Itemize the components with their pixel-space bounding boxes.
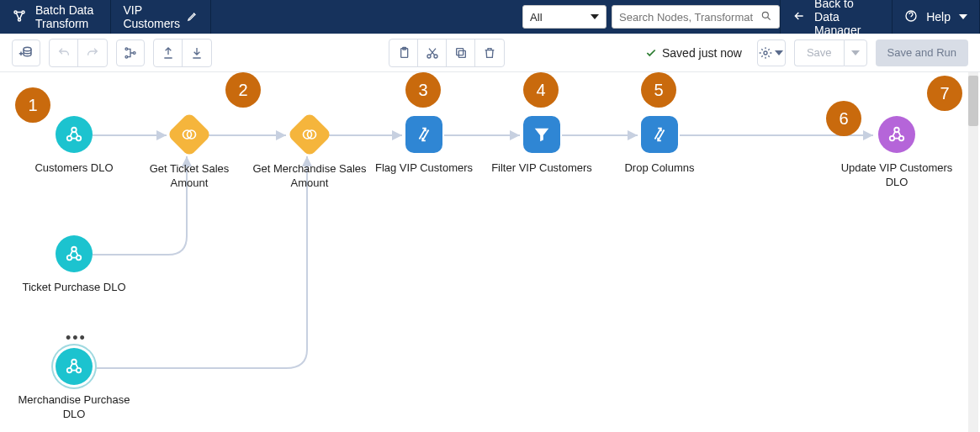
toolbar: Saved just now Save Save and Run bbox=[0, 34, 980, 72]
chevron-down-icon bbox=[959, 14, 967, 19]
edit-icon[interactable] bbox=[187, 10, 199, 24]
node-get-merch-sales[interactable]: Get Merchandise Sales Amount bbox=[251, 119, 368, 191]
top-navbar: Batch Data Transform VIP Customers All B… bbox=[0, 0, 980, 34]
filter-dropdown[interactable]: All bbox=[522, 5, 607, 29]
transform-icon bbox=[12, 8, 27, 26]
node-label: Get Ticket Sales Amount bbox=[130, 162, 248, 191]
data-source-icon bbox=[56, 116, 93, 153]
node-get-ticket-sales[interactable]: Get Ticket Sales Amount bbox=[130, 119, 248, 191]
node-label: Drop Columns bbox=[624, 161, 694, 176]
io-group bbox=[153, 39, 212, 67]
node-merch-purchase-dlo[interactable]: Merchandise Purchase DLO bbox=[15, 348, 133, 422]
help-icon bbox=[904, 9, 918, 25]
filter-icon bbox=[523, 116, 560, 153]
node-drop-columns[interactable]: Drop Columns bbox=[601, 116, 718, 176]
clipboard-group bbox=[389, 39, 505, 67]
search-icon bbox=[760, 10, 772, 24]
data-source-icon bbox=[56, 348, 93, 385]
transform-icon bbox=[641, 116, 678, 153]
node-label: Customers DLO bbox=[34, 161, 113, 176]
node-label: Ticket Purchase DLO bbox=[22, 281, 125, 295]
svg-point-7 bbox=[125, 55, 128, 58]
search-input[interactable] bbox=[619, 11, 754, 24]
copy-button[interactable] bbox=[447, 40, 475, 66]
scrollbar-thumb[interactable] bbox=[968, 76, 978, 126]
flow-canvas[interactable]: 1 2 3 4 5 6 7 Customers DLO Get Ticket S… bbox=[0, 72, 980, 432]
history-group bbox=[49, 39, 108, 67]
redo-button[interactable] bbox=[78, 40, 107, 66]
node-label: Update VIP Customers DLO bbox=[838, 161, 956, 190]
save-status: Saved just now bbox=[645, 46, 742, 60]
layout-button[interactable] bbox=[116, 40, 145, 66]
save-status-text: Saved just now bbox=[662, 46, 742, 60]
svg-point-33 bbox=[67, 256, 72, 261]
app-title-segment: Batch Data Transform bbox=[0, 0, 111, 34]
arrow-left-icon bbox=[792, 9, 806, 25]
scrollbar-track[interactable] bbox=[968, 72, 978, 432]
filter-selected: All bbox=[530, 11, 542, 24]
back-label: Back to Data Manager bbox=[814, 0, 880, 37]
svg-point-5 bbox=[24, 47, 31, 51]
delete-button[interactable] bbox=[475, 40, 504, 66]
svg-point-24 bbox=[77, 136, 82, 141]
help-label: Help bbox=[926, 10, 951, 24]
transform-icon bbox=[405, 116, 442, 153]
back-link[interactable]: Back to Data Manager bbox=[781, 0, 893, 34]
annotation-4: 4 bbox=[523, 72, 559, 108]
annotation-3: 3 bbox=[405, 72, 441, 108]
data-target-icon bbox=[878, 116, 915, 153]
node-label: Get Merchandise Sales Amount bbox=[251, 162, 368, 191]
annotation-2: 2 bbox=[225, 72, 261, 108]
save-button[interactable]: Save bbox=[794, 40, 844, 66]
annotation-7: 7 bbox=[927, 76, 962, 111]
svg-rect-14 bbox=[456, 48, 463, 55]
svg-point-34 bbox=[77, 256, 82, 261]
annotation-5: 5 bbox=[641, 72, 676, 108]
svg-point-23 bbox=[67, 136, 72, 141]
join-icon bbox=[287, 112, 332, 157]
cut-button[interactable] bbox=[418, 40, 447, 66]
data-source-icon bbox=[56, 235, 93, 272]
join-icon bbox=[167, 112, 212, 157]
node-filter-vip[interactable]: Filter VIP Customers bbox=[483, 116, 601, 176]
chevron-down-icon bbox=[775, 50, 783, 55]
save-combo: Save bbox=[794, 40, 867, 66]
svg-point-30 bbox=[890, 136, 895, 141]
save-and-run-button[interactable]: Save and Run bbox=[876, 40, 968, 66]
svg-point-37 bbox=[77, 368, 82, 373]
svg-point-36 bbox=[67, 368, 72, 373]
svg-point-8 bbox=[133, 51, 135, 54]
svg-point-31 bbox=[899, 136, 904, 141]
help-menu[interactable]: Help bbox=[893, 0, 980, 34]
node-customers-dlo[interactable]: Customers DLO bbox=[15, 116, 133, 176]
svg-point-2 bbox=[19, 18, 21, 21]
node-label: Merchandise Purchase DLO bbox=[15, 393, 133, 422]
svg-point-15 bbox=[764, 51, 767, 55]
doc-title: VIP Customers bbox=[123, 3, 180, 30]
node-update-vip-dlo[interactable]: Update VIP Customers DLO bbox=[838, 116, 956, 190]
doc-title-segment[interactable]: VIP Customers bbox=[111, 0, 211, 34]
search-area: All bbox=[211, 0, 781, 34]
undo-button[interactable] bbox=[50, 40, 78, 66]
chevron-down-icon bbox=[591, 14, 599, 19]
node-label: Flag VIP Customers bbox=[375, 161, 473, 176]
node-menu-icon[interactable]: ••• bbox=[66, 329, 87, 347]
chevron-down-icon bbox=[851, 50, 860, 55]
upload-button[interactable] bbox=[154, 40, 183, 66]
search-box[interactable] bbox=[612, 5, 780, 29]
svg-rect-13 bbox=[458, 50, 465, 57]
svg-point-3 bbox=[762, 12, 768, 18]
paste-button[interactable] bbox=[389, 40, 418, 66]
settings-button[interactable] bbox=[757, 40, 786, 66]
node-label: Filter VIP Customers bbox=[491, 161, 592, 176]
save-dropdown[interactable] bbox=[844, 40, 867, 66]
add-data-button[interactable] bbox=[12, 40, 40, 66]
node-ticket-purchase-dlo[interactable]: Ticket Purchase DLO bbox=[15, 235, 133, 295]
download-button[interactable] bbox=[183, 40, 211, 66]
app-title: Batch Data Transform bbox=[35, 3, 98, 30]
node-flag-vip[interactable]: Flag VIP Customers bbox=[365, 116, 483, 176]
svg-point-6 bbox=[125, 48, 128, 50]
